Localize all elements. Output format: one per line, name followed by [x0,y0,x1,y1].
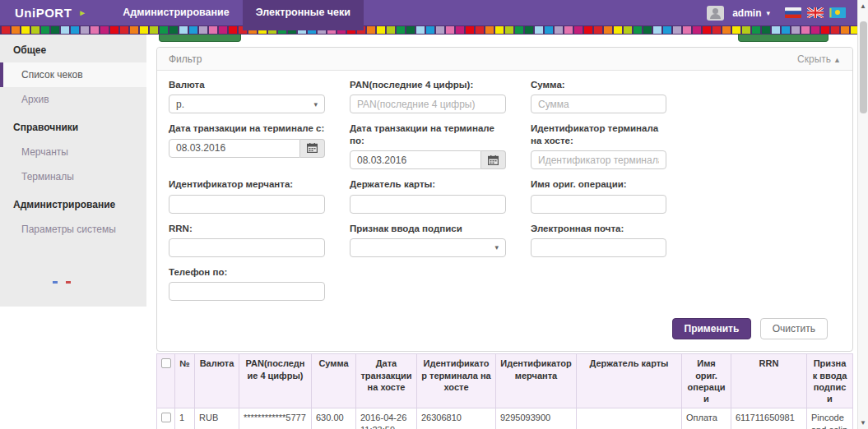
stripe-square [673,26,681,34]
rrn-input[interactable] [169,238,325,257]
scroll-down-arrow-icon[interactable]: ▼ [858,419,868,427]
column-header: Держатель карты [577,354,682,408]
currency-value: р. [176,99,184,110]
stripe-square [722,26,731,34]
sidebar-item[interactable]: Архив [0,87,146,112]
flag-uk-icon[interactable] [807,7,824,18]
sign-input-select[interactable]: ▾ [350,238,506,257]
column-header: Идентификатор мерчанта [496,354,577,408]
stripe-square [683,26,691,34]
user-avatar[interactable] [707,6,724,21]
clear-button[interactable]: Очистить [760,318,828,339]
scroll-up-arrow-icon[interactable]: ▲ [858,2,868,10]
amount-label: Сумма: [531,79,666,90]
sidebar-section-heading: Справочники [0,112,146,140]
main-content: Фильтр Скрыть▲ Валюта р. ▾ PAN(последние… [156,35,853,429]
stripe-square [367,26,375,34]
filter-header: Фильтр Скрыть▲ [157,48,852,71]
stripe-square [436,26,444,34]
stripe-square [12,26,20,34]
stripe-square [169,26,178,34]
select-all-checkbox[interactable] [161,358,171,368]
row-checkbox[interactable] [161,413,171,422]
column-header: Идентификатор терминала на хосте [417,354,496,408]
pan-input[interactable] [350,95,506,113]
stripe-square [130,26,138,34]
orig-op-input[interactable] [531,195,666,214]
stripe-square [535,26,543,34]
hidden-button-remnant-right[interactable] [738,35,829,42]
scrollbar-thumb[interactable] [860,21,867,113]
chevron-up-icon: ▲ [833,56,841,64]
field-currency: Валюта р. ▾ [169,79,325,113]
stripe-square [801,26,810,34]
stripe-square [555,26,563,34]
sidebar-item[interactable]: Список чеков [0,62,146,87]
stripe-square [229,26,237,34]
email-input[interactable] [531,238,666,257]
filter-actions: Применить Очистить [157,315,852,351]
column-header: Признак ввода подписи [807,354,853,408]
field-phone: Телефон по: [169,266,325,301]
stripe-square [525,26,533,34]
stripe-square [732,26,740,34]
stripe-square [199,26,207,34]
stripe-square [742,26,750,34]
amount-input[interactable] [531,95,666,113]
stripe-square [574,26,583,34]
table-cell [577,408,682,429]
stripe-square [61,26,69,34]
language-switcher [785,7,846,18]
stripe-square [416,26,425,34]
table-cell: 1 [175,408,195,429]
sidebar-item[interactable]: Мерчанты [0,140,146,164]
brand-logo[interactable]: UniPORT [0,6,78,20]
table-cell: 2016-04-26 11:23:59 [356,408,417,429]
flag-russia-icon[interactable] [785,7,801,18]
stripe-square [614,26,622,34]
currency-select[interactable]: р. ▾ [169,95,325,113]
stripe-square [179,26,188,34]
vertical-scrollbar[interactable]: ▲ ▼ [857,0,868,429]
field-rrn: RRN: [169,223,325,257]
row-checkbox-cell [157,408,175,429]
stripe-square [189,26,197,34]
apply-button[interactable]: Применить [672,318,752,339]
menu-item[interactable]: Администрирование [109,0,242,25]
calendar-button[interactable] [481,150,506,169]
calendar-icon [488,155,499,165]
stripe-square [456,26,464,34]
stripe-square [426,26,434,34]
stripe-square [110,26,118,34]
cardholder-input[interactable] [350,195,506,214]
top-menu: АдминистрированиеЭлектронные чеки [109,0,364,25]
phone-input[interactable] [169,282,325,301]
stripe-square [624,26,632,34]
stripe-square [851,26,857,34]
column-header: Э [853,354,854,408]
stripe-square [653,26,661,34]
stripe-square [762,26,770,34]
flag-kazakhstan-icon[interactable] [829,7,846,18]
menu-item[interactable]: Электронные чеки [243,0,364,30]
stripe-square [515,26,523,34]
date-to-input[interactable] [350,150,481,169]
calendar-button[interactable] [300,139,325,158]
stripe-square [476,26,484,34]
terminal-id-label: Идентификатор терминала на хосте: [531,122,666,146]
collapse-filter-link[interactable]: Скрыть▲ [797,53,841,65]
merchant-id-input[interactable] [169,195,325,214]
terminal-id-input[interactable] [531,150,666,169]
select-all-header [157,354,175,408]
stripe-square [584,26,592,34]
table-cell: 9295093900 [496,408,577,429]
sidebar-dot-blue [53,281,58,284]
orig-op-label: Имя ориг. операции: [531,178,666,190]
stripe-square [505,26,513,34]
table-cell: ************5777 [239,408,312,429]
sidebar-item[interactable]: Терминалы [0,164,146,189]
user-menu[interactable]: admin [732,7,761,19]
hidden-button-remnant-left[interactable] [159,35,241,42]
date-from-input[interactable] [169,139,300,158]
sidebar-item[interactable]: Параметры системы [0,217,146,242]
